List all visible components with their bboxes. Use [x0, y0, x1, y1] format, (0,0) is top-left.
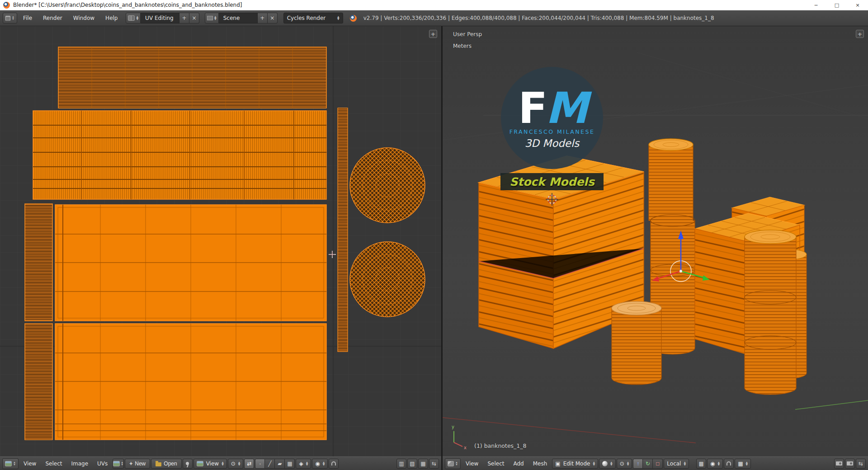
uv-island-coin-face-2[interactable] [350, 242, 425, 317]
uv-menu-select[interactable]: Select [41, 461, 66, 467]
proportional-edit-icon: ◉ [315, 461, 320, 467]
pivot-point-dropdown-3d[interactable]: ⊙ ▲▼ [617, 459, 632, 469]
proportional-edit-dropdown[interactable]: ◉ ▲▼ [312, 459, 328, 469]
chevron-updown-icon: ▲▼ [12, 16, 14, 20]
view-name-overlay: User Persp [453, 31, 482, 38]
uv-island-banknote-face-2[interactable] [55, 324, 326, 440]
active-object-info: (1) banknotes_1_8 [474, 442, 527, 449]
viewport-canvas[interactable]: y x [443, 26, 868, 456]
menu-file[interactable]: File [18, 15, 37, 21]
units-overlay: Meters [453, 43, 472, 49]
camera-icon [836, 461, 842, 465]
uv-island-banknote-face-1[interactable] [55, 205, 326, 321]
uv-menu-uvs[interactable]: UVs [93, 461, 112, 467]
vp-menu-view[interactable]: View [462, 461, 482, 467]
browse-image-button[interactable]: ▲▼ [113, 459, 124, 469]
uv-island-coin-face-1[interactable] [350, 148, 425, 223]
mini-axis-gizmo: y x [452, 424, 467, 450]
chevron-updown-icon: ▲▼ [746, 461, 748, 466]
manipulator-rotate-toggle[interactable]: ↻ [643, 459, 653, 469]
add-layout-button[interactable]: + [179, 13, 189, 24]
uv-island-coin-edges[interactable] [58, 47, 326, 108]
uv-menu-view[interactable]: View [19, 461, 40, 467]
select-mode-island[interactable]: ▦ [285, 459, 295, 469]
svg-text:x: x [464, 445, 467, 450]
snap-element-dropdown[interactable]: ▦ ▲▼ [735, 459, 751, 469]
scene-selector: ▲▼ Scene + × [205, 13, 278, 24]
menu-window[interactable]: Window [68, 15, 99, 21]
screen-layout-icon [128, 15, 135, 21]
transform-orientation-dropdown[interactable]: Local ▲▼ [664, 459, 689, 469]
shading-sphere-icon [602, 461, 608, 466]
mode-dropdown[interactable]: ▣ Edit Mode ▲▼ [552, 459, 598, 469]
snap-toggle-3d[interactable] [724, 459, 734, 469]
coin-stack-short[interactable] [612, 301, 661, 385]
manipulator-group: ↑ ↻ □ [633, 459, 663, 469]
draw-other-objects-toggle[interactable]: ▦ [418, 459, 428, 469]
opengl-render-image-button[interactable] [834, 459, 844, 469]
manipulator-translate-toggle[interactable]: ↑ [633, 459, 643, 469]
editor-type-selector-3d[interactable]: ▲▼ [445, 458, 461, 469]
logo-brand-name: FRANCESCO MILANESE [509, 128, 595, 135]
vp-menu-select[interactable]: Select [483, 461, 508, 467]
viewport-shading-dropdown[interactable]: ▲▼ [599, 459, 616, 469]
mode-value: Edit Mode [563, 461, 590, 467]
watermark-badge: Stock Models [500, 173, 604, 190]
select-mode-face[interactable]: ▰ [275, 459, 285, 469]
menu-render[interactable]: Render [38, 15, 67, 21]
display-channels-dropdown[interactable]: View ▲▼ [193, 459, 227, 469]
browse-layout-button[interactable]: ▲▼ [126, 13, 141, 24]
uv-island-thin-strip[interactable] [338, 108, 348, 352]
minimize-button[interactable]: ─ [806, 0, 826, 10]
open-image-button[interactable]: Open [151, 459, 181, 469]
sticky-selection-dropdown[interactable]: ◈ ▲▼ [296, 459, 311, 469]
header-collapse-arrows[interactable]: ⇆ [429, 459, 439, 469]
region-expand-icon[interactable]: + [856, 30, 864, 38]
window-titlebar: Blender* [C:\Users\franc\Desktop\coins_a… [0, 0, 868, 10]
maximize-button[interactable]: □ [826, 0, 847, 10]
sync-uv-selection-toggle[interactable]: ⇄ [244, 459, 254, 469]
uv-image-editor[interactable]: + [0, 26, 441, 456]
region-expand-icon[interactable]: + [429, 30, 437, 38]
pivot-point-dropdown[interactable]: ⊙ ▲▼ [228, 459, 244, 469]
uv-menu-image[interactable]: Image [67, 461, 92, 467]
delete-layout-button[interactable]: × [189, 13, 199, 24]
editor-type-selector-uv[interactable]: ▲▼ [2, 458, 19, 469]
proportional-edit-dropdown-3d[interactable]: ◉ ▲▼ [707, 459, 723, 469]
render-engine-dropdown[interactable]: Cycles Render ▲▼ [283, 13, 343, 24]
editor-type-selector-info[interactable]: ▲▼ [3, 13, 17, 24]
opengl-render-animation-button[interactable] [845, 459, 855, 469]
pivot-icon: ⊙ [620, 461, 624, 467]
add-scene-button[interactable]: + [258, 13, 268, 24]
chevron-updown-icon: ▲▼ [238, 461, 241, 466]
uv-image-editor-icon [5, 461, 12, 466]
occlude-geometry-toggle[interactable]: ▩ [696, 459, 706, 469]
uv-island-side-strip-1[interactable] [25, 204, 52, 321]
chevron-updown-icon: ▲▼ [627, 461, 629, 466]
header-collapse-arrows[interactable]: ⇆ [856, 459, 866, 469]
new-image-button[interactable]: + New [125, 459, 150, 469]
scopes-toggle[interactable]: ▥ [396, 459, 406, 469]
coin-stack-right-front[interactable] [745, 230, 796, 395]
chevron-updown-icon: ▲▼ [136, 16, 138, 20]
vp-menu-add[interactable]: Add [509, 461, 528, 467]
close-button[interactable]: × [847, 0, 868, 10]
uv-island-banknote-grid[interactable] [33, 111, 326, 199]
snap-toggle[interactable] [329, 459, 339, 469]
delete-scene-button[interactable]: × [268, 13, 278, 24]
vp-menu-mesh[interactable]: Mesh [529, 461, 552, 467]
select-mode-vertex[interactable]: ∙ [255, 459, 265, 469]
browse-scene-button[interactable]: ▲▼ [205, 13, 219, 24]
select-mode-edge[interactable]: ╱ [265, 459, 275, 469]
uv-island-side-strip-2[interactable] [25, 324, 52, 440]
scene-name[interactable]: Scene [219, 13, 258, 24]
scene-icon [207, 16, 213, 20]
chevron-updown-icon: ▲▼ [121, 461, 123, 466]
screen-layout-name[interactable]: UV Editing [141, 13, 179, 24]
pin-image-toggle[interactable] [183, 459, 193, 469]
viewport-3d[interactable]: y x User Persp Meters (1) banknotes_1_8 … [443, 26, 868, 456]
paint-mask-toggle[interactable]: ▧ [407, 459, 417, 469]
menu-help[interactable]: Help [100, 15, 123, 21]
uv-canvas[interactable] [0, 26, 441, 456]
manipulator-scale-toggle[interactable]: □ [653, 459, 663, 469]
